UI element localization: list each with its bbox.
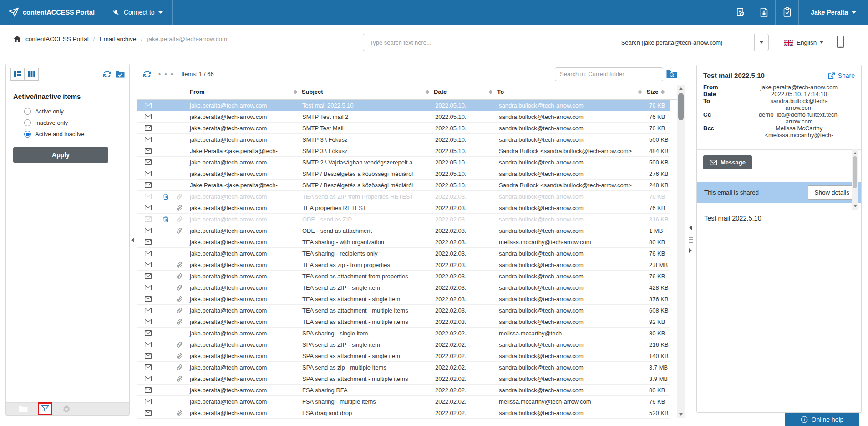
table-row[interactable]: jake.peralta@tech-arrow.com TEA sharing … xyxy=(137,248,670,259)
refresh-list-icon[interactable] xyxy=(143,70,151,78)
radio-option[interactable]: Active and inactive xyxy=(6,128,129,140)
table-row[interactable]: jake.peralta@tech-arrow.com TEA send as … xyxy=(137,271,670,282)
cell-date: 2022.02.02. xyxy=(435,353,499,359)
column-header-to[interactable]: To xyxy=(497,84,646,99)
scroll-down-icon[interactable] xyxy=(677,411,685,418)
sort-icon[interactable] xyxy=(661,90,665,94)
cell-to: sandra.bullock@tech-arrow.com xyxy=(499,364,649,371)
radio-label: Active only xyxy=(35,108,64,115)
language-selector[interactable]: English xyxy=(784,34,823,51)
table-row[interactable]: jake.peralta@tech-arrow.com SPA send as … xyxy=(137,350,670,362)
scrollbar-thumb[interactable] xyxy=(678,93,684,120)
table-row[interactable]: Jake Peralta <jake.peralta@tech- SMTP / … xyxy=(137,180,670,191)
table-row[interactable]: jake.peralta@tech-arrow.com SMTP 3 \ Fók… xyxy=(137,134,670,145)
cell-from: jake.peralta@tech-arrow.com xyxy=(186,159,302,166)
sort-icon[interactable] xyxy=(489,90,492,94)
home-icon[interactable] xyxy=(14,36,21,42)
folder-check-icon[interactable] xyxy=(116,71,125,78)
collapse-sidebar-arrow[interactable] xyxy=(131,238,134,242)
table-row[interactable]: jake.peralta@tech-arrow.com ODE - send a… xyxy=(137,214,670,225)
table-row[interactable]: jake.peralta@tech-arrow.com TEA send as … xyxy=(137,316,670,328)
scroll-up-icon[interactable] xyxy=(677,85,685,92)
search-input[interactable] xyxy=(363,34,589,51)
table-row[interactable]: Jake Peralta <jake.peralta@tech- SMTP 3 … xyxy=(137,145,670,157)
attachment-icon xyxy=(173,308,186,313)
table-row[interactable]: jake.peralta@tech-arrow.com FSA sharing … xyxy=(137,396,670,407)
table-row[interactable]: jake.peralta@tech-arrow.com Test mail 20… xyxy=(137,100,670,111)
detail-fields-scrollbar[interactable] xyxy=(852,149,858,210)
table-row[interactable]: jake.peralta@tech-arrow.com SPA sharing … xyxy=(137,328,670,339)
table-row[interactable]: jake.peralta@tech-arrow.com TEA sharing … xyxy=(137,236,670,248)
folder-search-icon[interactable] xyxy=(665,67,679,81)
splitter-collapse-right-arrow[interactable] xyxy=(689,248,692,253)
column-header-date[interactable]: Date xyxy=(434,84,497,99)
search-scope-dropdown-button[interactable] xyxy=(754,34,769,51)
envelope-icon xyxy=(137,353,159,359)
uk-flag-icon xyxy=(784,40,793,46)
table-row[interactable]: jake.peralta@tech-arrow.com TEA send as … xyxy=(137,191,670,202)
cell-subject: TEA send as attachment from properties xyxy=(302,273,435,280)
sort-icon[interactable] xyxy=(638,90,642,94)
document-lock-icon[interactable] xyxy=(752,0,775,25)
scroll-down-icon[interactable] xyxy=(852,202,859,210)
table-row[interactable]: jake.peralta@tech-arrow.com TEA send as … xyxy=(137,293,670,305)
table-row[interactable]: jake.peralta@tech-arrow.com SMTP Test ma… xyxy=(137,111,670,123)
attachment-icon xyxy=(173,205,186,211)
attachment-icon xyxy=(173,364,186,370)
attachment-icon xyxy=(173,194,186,200)
columns-view-button[interactable] xyxy=(25,68,39,81)
breadcrumb-email-archive[interactable]: Email archive xyxy=(100,36,137,42)
table-row[interactable]: jake.peralta@tech-arrow.com TEA properti… xyxy=(137,202,670,214)
cell-from: jake.peralta@tech-arrow.com xyxy=(186,341,302,348)
table-row[interactable]: jake.peralta@tech-arrow.com SMTP / Beszé… xyxy=(137,168,670,180)
search-scope-button[interactable]: Search (jake.peralta@tech-arrow.com) xyxy=(589,34,755,51)
apply-button[interactable]: Apply xyxy=(13,147,108,163)
table-row[interactable]: jake.peralta@tech-arrow.com TEA send as … xyxy=(137,282,670,293)
table-row[interactable]: jake.peralta@tech-arrow.com SPA send as … xyxy=(137,362,670,373)
breadcrumb-portal[interactable]: contentACCESS Portal xyxy=(25,36,89,42)
brand-logo[interactable]: contentACCESS Portal xyxy=(0,0,103,25)
sort-icon[interactable] xyxy=(426,90,429,94)
table-row[interactable]: jake.peralta@tech-arrow.com FSA sharing … xyxy=(137,385,670,396)
user-menu[interactable]: Jake Peralta xyxy=(799,0,868,25)
share-button[interactable]: Share xyxy=(827,72,855,79)
column-header-subject[interactable]: Subject xyxy=(302,84,434,99)
refresh-folders-icon[interactable] xyxy=(103,70,111,78)
filter-funnel-icon[interactable] xyxy=(41,405,49,412)
share-label: Share xyxy=(838,72,855,79)
table-row[interactable]: jake.peralta@tech-arrow.com SMTP 2 \ Vaj… xyxy=(137,157,670,168)
connect-to-menu[interactable]: Connect to xyxy=(103,0,172,25)
scroll-up-icon[interactable] xyxy=(852,149,859,157)
table-row[interactable]: jake.peralta@tech-arrow.com ODE - send a… xyxy=(137,225,670,236)
show-details-button[interactable]: Show details xyxy=(808,185,856,200)
table-scrollbar[interactable] xyxy=(677,85,685,418)
table-row[interactable]: jake.peralta@tech-arrow.com SPA send as … xyxy=(137,373,670,385)
table-row[interactable]: jake.peralta@tech-arrow.com TEA send as … xyxy=(137,305,670,316)
gear-icon[interactable] xyxy=(62,405,71,413)
table-row[interactable]: jake.peralta@tech-arrow.com FSA drag and… xyxy=(137,407,670,419)
table-row[interactable]: jake.peralta@tech-arrow.com TEA send as … xyxy=(137,259,670,271)
splitter-collapse-left-arrow[interactable] xyxy=(689,226,692,230)
radio-option[interactable]: Active only xyxy=(6,106,129,117)
folder-icon[interactable] xyxy=(19,405,28,412)
scheduled-tasks-icon[interactable] xyxy=(729,0,752,25)
scrollbar-thumb[interactable] xyxy=(853,156,857,188)
message-tab[interactable]: Message xyxy=(703,155,752,169)
splitter-grip[interactable] xyxy=(689,236,693,243)
attachment-icon xyxy=(173,319,186,325)
search-in-folder-input[interactable] xyxy=(555,67,663,81)
more-options-icon[interactable]: • • • xyxy=(158,72,174,76)
radio-option[interactable]: Inactive only xyxy=(6,117,129,128)
attachment-icon xyxy=(173,228,186,234)
sort-icon[interactable] xyxy=(294,90,297,94)
column-header-from[interactable]: From xyxy=(137,84,302,99)
split-view-button[interactable] xyxy=(10,68,25,81)
table-row[interactable]: jake.peralta@tech-arrow.com SPA send as … xyxy=(137,339,670,350)
clipboard-check-icon[interactable] xyxy=(776,0,798,25)
envelope-icon xyxy=(137,273,159,279)
mobile-device-icon[interactable] xyxy=(837,36,844,48)
cell-from: jake.peralta@tech-arrow.com xyxy=(186,125,302,132)
online-help-button[interactable]: Online help xyxy=(785,413,859,426)
table-row[interactable]: jake.peralta@tech-arrow.com SMTP Test Ma… xyxy=(137,123,670,134)
attachment-icon xyxy=(173,342,186,348)
